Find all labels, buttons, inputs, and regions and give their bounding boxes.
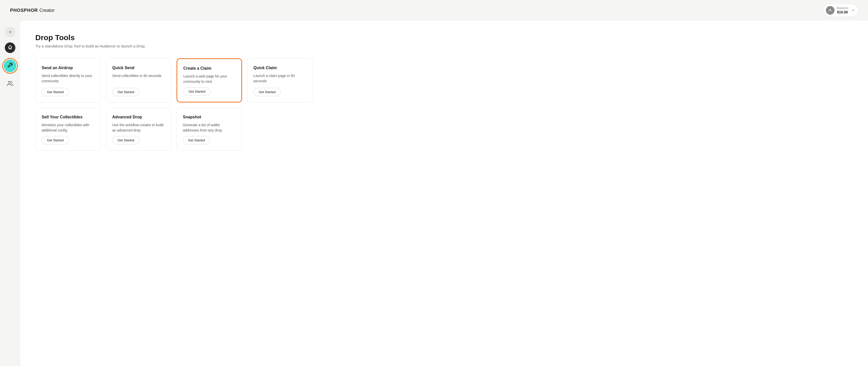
card-description-snapshot: Generate a list of wallet addresses from… [183, 122, 236, 133]
cards-row-1: Send an Airdrop Send collectibles direct… [35, 58, 313, 103]
logo-creator-text: Creator [39, 8, 55, 13]
card-title-snapshot: Snapshot [183, 115, 236, 119]
card-description-sell-collectibles: Monetize your collectibles with addition… [41, 122, 95, 133]
card-button-sell-collectibles[interactable]: Get Started [41, 136, 69, 144]
card-button-advanced-drop[interactable]: Get Started [112, 136, 140, 144]
card-title-quick-claim: Quick Claim [253, 66, 306, 70]
card-title-sell-collectibles: Sell Your Collectibles [41, 115, 95, 119]
page-title: Drop Tools [35, 33, 853, 42]
card-title-send-airdrop: Send an Airdrop [41, 66, 95, 70]
card-description-quick-send: Send collectibles in 60 seconds [112, 73, 165, 85]
content-area: Drop Tools Try a standalone Drop Tool to… [20, 21, 868, 366]
svg-point-1 [8, 81, 10, 83]
cards-row-2: Sell Your Collectibles Monetize your col… [35, 108, 242, 151]
wrench-icon [7, 62, 13, 70]
balance-info: Balance: $10.00 [837, 6, 849, 14]
card-description-send-airdrop: Send collectibles directly to your commu… [41, 73, 95, 85]
card-title-quick-send: Quick Send [112, 66, 165, 70]
card-create-claim[interactable]: Create a Claim Launch a web page for you… [177, 58, 242, 103]
sidebar-item-users[interactable] [5, 79, 16, 89]
balance-label: Balance: [837, 6, 849, 10]
balance-amount: $10.00 [837, 10, 849, 15]
card-send-airdrop[interactable]: Send an Airdrop Send collectibles direct… [35, 58, 101, 103]
sidebar-item-tools[interactable] [2, 58, 18, 74]
header: PHOSPHOR Creator Balance: $10.00 ▾ [0, 0, 868, 21]
page-subtitle: Try a standalone Drop Tool to build an A… [35, 44, 853, 48]
sidebar-item-home[interactable] [5, 43, 16, 53]
main-layout: + [0, 21, 868, 366]
card-title-create-claim: Create a Claim [183, 66, 235, 71]
card-description-create-claim: Launch a web page for your community to … [183, 74, 235, 84]
home-icon [7, 45, 12, 51]
logo: PHOSPHOR Creator [10, 8, 55, 13]
card-button-snapshot[interactable]: Get Started [183, 136, 210, 144]
card-button-quick-claim[interactable]: Get Started [253, 88, 281, 96]
card-sell-collectibles[interactable]: Sell Your Collectibles Monetize your col… [35, 108, 101, 151]
card-button-quick-send[interactable]: Get Started [112, 88, 140, 96]
card-snapshot[interactable]: Snapshot Generate a list of wallet addre… [177, 108, 242, 151]
card-title-advanced-drop: Advanced Drop [112, 115, 165, 119]
card-button-create-claim[interactable]: Get Started [183, 87, 211, 96]
sidebar: + [0, 21, 20, 366]
plus-icon: + [8, 29, 11, 35]
balance-pill[interactable]: Balance: $10.00 ▾ [824, 4, 858, 17]
card-advanced-drop[interactable]: Advanced Drop Use the workflow creator t… [106, 108, 172, 151]
sidebar-add-button[interactable]: + [5, 27, 16, 37]
tools-inner [4, 60, 17, 72]
card-quick-claim[interactable]: Quick Claim Launch a claim page in 60 se… [247, 58, 313, 103]
tools-ring [2, 58, 18, 74]
card-description-quick-claim: Launch a claim page in 60 seconds [253, 73, 306, 85]
card-button-send-airdrop[interactable]: Get Started [41, 88, 69, 96]
card-quick-send[interactable]: Quick Send Send collectibles in 60 secon… [106, 58, 172, 103]
chevron-down-icon: ▾ [852, 8, 854, 12]
logo-phosphor-text: PHOSPHOR [10, 8, 38, 13]
avatar [826, 6, 834, 15]
card-description-advanced-drop: Use the workflow creator to build an adv… [112, 122, 165, 133]
users-icon [7, 81, 13, 88]
header-right: Balance: $10.00 ▾ [824, 4, 858, 17]
